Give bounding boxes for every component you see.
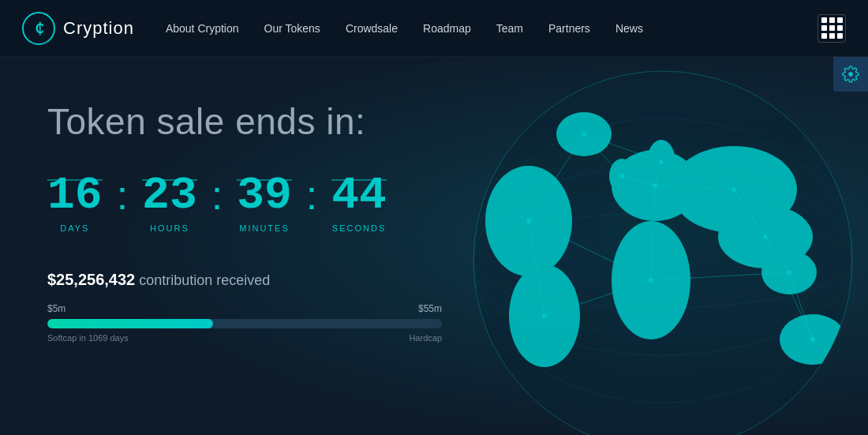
nav-partners[interactable]: Partners	[548, 22, 590, 35]
nav-links: About Cryption Our Tokens Crowdsale Road…	[166, 22, 810, 35]
countdown-minutes: 39 Minutes	[237, 173, 292, 233]
nav-about[interactable]: About Cryption	[166, 22, 239, 35]
settings-button[interactable]	[833, 57, 868, 92]
countdown-hours-value: 23	[142, 173, 197, 219]
hero-title: Token sale ends in:	[47, 100, 821, 143]
nav-tokens[interactable]: Our Tokens	[264, 22, 320, 35]
logo-area: ₵ Cryption	[22, 12, 134, 45]
hardcap-sub-label: Hardcap	[409, 333, 442, 343]
countdown-days-label: Days	[60, 223, 89, 233]
progress-bar-fill	[47, 319, 213, 328]
softcap-sub-label: Softcap in 1069 days	[47, 333, 129, 343]
countdown-hours-label: Hours	[150, 223, 189, 233]
countdown-hours: 23 Hours	[142, 173, 197, 233]
countdown-sep-3: :	[292, 174, 331, 216]
hero-section: Token sale ends in: 16 Days : 23 Hours :…	[0, 57, 868, 386]
hardcap-label: $55m	[418, 303, 442, 314]
countdown-minutes-value: 39	[237, 173, 292, 219]
countdown-seconds: 44 Seconds	[331, 173, 387, 233]
logo-icon: ₵	[22, 12, 55, 45]
contribution-section: $25,256,432 contribution received	[47, 271, 821, 289]
contribution-amount: $25,256,432	[47, 271, 135, 288]
navbar: ₵ Cryption About Cryption Our Tokens Cro…	[0, 0, 868, 57]
contribution-suffix: contribution received	[135, 272, 270, 288]
countdown-sep-2: :	[197, 174, 237, 216]
progress-section: $5m $55m Softcap in 1069 days Hardcap	[47, 303, 442, 343]
grid-menu-button[interactable]	[817, 14, 846, 43]
countdown-sep-1: :	[103, 174, 142, 216]
progress-top-labels: $5m $55m	[47, 303, 442, 314]
progress-bar-background	[47, 319, 442, 328]
countdown-days: 16 Days	[47, 173, 103, 233]
contribution-line: $25,256,432 contribution received	[47, 272, 270, 288]
nav-roadmap[interactable]: Roadmap	[423, 22, 471, 35]
countdown-seconds-label: Seconds	[332, 223, 386, 233]
softcap-label: $5m	[47, 303, 65, 314]
nav-news[interactable]: News	[615, 22, 643, 35]
countdown-days-value: 16	[47, 173, 103, 219]
countdown-minutes-label: Minutes	[239, 223, 290, 233]
countdown-seconds-value: 44	[331, 173, 387, 219]
nav-crowdsale[interactable]: Crowdsale	[346, 22, 398, 35]
brand-name: Cryption	[63, 18, 134, 39]
grid-icon	[821, 17, 843, 39]
nav-team[interactable]: Team	[496, 22, 523, 35]
progress-bottom-labels: Softcap in 1069 days Hardcap	[47, 333, 442, 343]
countdown: 16 Days : 23 Hours : 39 Minutes : 44 Sec…	[47, 173, 821, 233]
